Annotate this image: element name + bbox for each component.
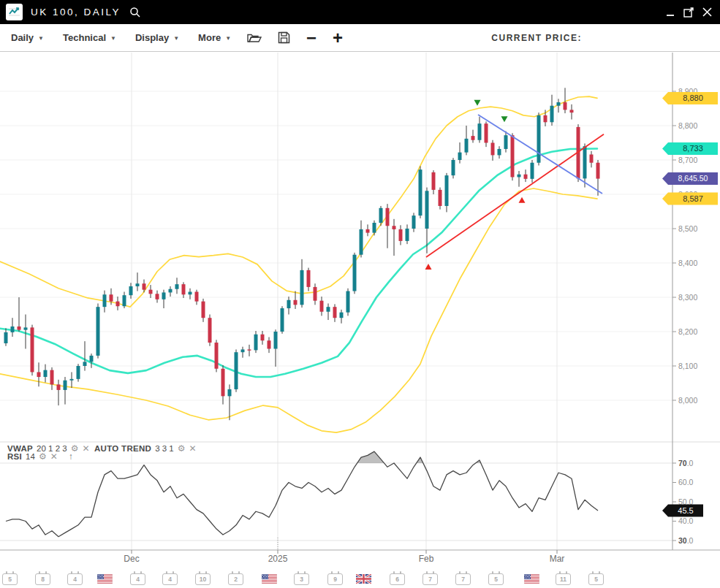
svg-text:60.0: 60.0 [678,478,694,486]
autotrend-remove-icon[interactable]: ✕ [189,444,197,453]
calendar-event-icon[interactable]: 5 [588,573,604,585]
autotrend-indicator-label: AUTO TREND3 3 1 ⚙ ✕ [91,443,200,454]
chart-toolbar: Daily▼ Technical▼ Display▼ More▼ − + CUR… [0,24,720,52]
title-bar: UK 100, DAILY [0,0,720,24]
svg-text:2025: 2025 [268,554,288,564]
calendar-event-icon[interactable]: 4 [67,573,83,585]
svg-text:70.0: 70.0 [678,459,694,467]
price-up-arrow-icon: ▲ [705,34,713,42]
rsi-indicator-label: RSI14 ⚙ ✕ ↑ [4,451,76,462]
svg-text:Mar: Mar [550,554,565,564]
calendar-event-icon[interactable]: 5 [488,573,504,585]
calendar-event-icon[interactable]: 10 [195,573,211,585]
svg-text:8,880: 8,880 [683,93,703,102]
svg-text:45.5: 45.5 [678,506,693,515]
calendar-event-icon[interactable]: 3 [294,573,309,585]
calendar-event-icon[interactable]: 11 [556,573,571,585]
svg-text:30.0: 30.0 [678,536,694,545]
calendar-event-icon[interactable]: 7 [422,573,438,585]
svg-text:Feb: Feb [419,554,434,564]
svg-text:8,200: 8,200 [678,327,697,336]
flag-us-flag-icon[interactable] [262,573,277,587]
vwap-remove-icon[interactable]: ✕ [82,444,89,453]
svg-text:8,400: 8,400 [678,259,697,267]
flag-us-flag-icon[interactable] [524,573,539,587]
search-icon[interactable] [129,7,141,18]
svg-text:8,500: 8,500 [678,224,697,233]
calendar-event-icon[interactable]: 2 [228,573,243,585]
more-dropdown[interactable]: More▼ [198,32,231,43]
calendar-event-icon[interactable]: 7 [455,573,471,585]
minimize-button[interactable] [665,7,675,18]
time-axis: Dec2025FebMar [124,538,564,564]
calendar-event-icon[interactable]: 5 [2,573,18,585]
symbol-title: UK 100, DAILY [31,7,121,18]
timeframe-dropdown[interactable]: Daily▼ [11,32,44,43]
zoom-in-button[interactable]: + [333,31,343,45]
app-logo-icon [6,4,23,20]
chevron-down-icon: ▼ [38,35,44,42]
chevron-down-icon: ▼ [173,35,179,42]
svg-text:8,733: 8,733 [683,144,703,153]
price-chart-canvas[interactable]: 8,9008,8008,7008,6008,5008,4008,3008,200… [0,53,720,573]
flag-us-flag-icon[interactable] [97,573,113,587]
current-price-label: CURRENT PRICE: [491,33,582,43]
svg-text:40.0: 40.0 [678,516,694,525]
rsi-layer [6,451,598,537]
candles-layer [4,88,600,420]
open-folder-icon[interactable] [247,32,262,44]
technical-dropdown[interactable]: Technical▼ [63,32,116,43]
svg-text:8,000: 8,000 [678,396,697,405]
save-icon[interactable] [278,31,290,44]
price-down-arrow-icon: ▼ [601,34,608,42]
zoom-out-button[interactable]: − [306,31,317,45]
chevron-down-icon: ▼ [110,35,116,42]
rsi-move-up-icon[interactable]: ↑ [69,452,73,461]
popout-button[interactable] [683,7,694,18]
chart-area: 8,9008,8008,7008,6008,5008,4008,3008,200… [0,53,720,573]
svg-text:8,645.50: 8,645.50 [678,174,708,183]
svg-text:8,800: 8,800 [678,121,697,130]
svg-text:8,100: 8,100 [678,362,697,370]
sell-price-button[interactable]: ▼8645.0 [594,28,651,47]
flag-uk-flag-icon[interactable] [356,573,371,587]
buy-price-button[interactable]: 8646.0▲ [663,28,720,47]
svg-text:8,700: 8,700 [678,156,697,164]
close-button[interactable] [702,7,713,18]
calendar-event-icon[interactable]: 4 [130,573,145,585]
calendar-event-icon[interactable]: 4 [162,573,178,585]
chevron-down-icon: ▼ [225,35,231,42]
display-dropdown[interactable]: Display▼ [135,32,179,43]
calendar-event-icon[interactable]: 8 [35,573,50,585]
autotrend-settings-gear-icon[interactable]: ⚙ [178,444,186,453]
svg-text:8,300: 8,300 [678,293,697,302]
calendar-event-icon[interactable]: 6 [390,573,405,585]
calendar-event-icon[interactable]: 9 [327,573,343,585]
svg-text:Dec: Dec [124,554,139,564]
rsi-remove-icon[interactable]: ✕ [50,452,58,461]
economic-events-row: 58444102396775115 [0,572,720,588]
svg-text:8,587: 8,587 [683,194,703,203]
rsi-settings-gear-icon[interactable]: ⚙ [39,452,47,461]
